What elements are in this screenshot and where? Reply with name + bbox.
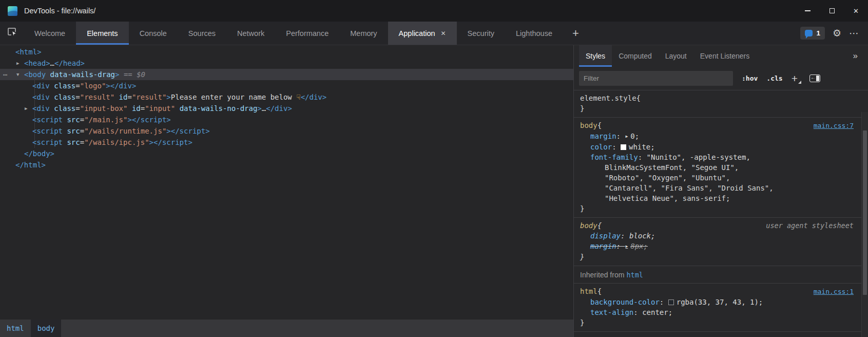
- code-tag: <html>: [15, 48, 42, 56]
- expand-shorthand-icon[interactable]: ▶: [625, 134, 628, 139]
- css-value-continuation: BlinkMacSystemFont, "Segoe UI",: [580, 162, 854, 173]
- add-tab-button[interactable]: +: [563, 22, 588, 45]
- tab-console[interactable]: Console: [129, 22, 178, 45]
- pseudo-state-button[interactable]: :hov: [742, 74, 758, 82]
- css-declaration[interactable]: font-family: "Nunito", -apple-system,: [580, 152, 854, 162]
- code-tag: ></script>: [166, 127, 209, 135]
- code-attr-name: src: [63, 116, 80, 124]
- styles-scrollbar[interactable]: [861, 112, 868, 337]
- close-brace: }: [580, 103, 854, 114]
- inherited-from-header: Inherited fromhtml: [574, 266, 868, 284]
- toolbar-right-controls: 1 ⚙ ⋯: [800, 22, 868, 45]
- open-brace: {: [597, 120, 602, 130]
- dom-tree-line[interactable]: <script src="/wails/runtime.js"></script…: [0, 125, 573, 137]
- dom-tree-line[interactable]: ▶<head>…</head>: [0, 58, 573, 69]
- sidebar-tab-layout[interactable]: Layout: [659, 45, 693, 67]
- open-brace: {: [597, 286, 602, 296]
- tab-application[interactable]: Application✕: [388, 22, 457, 45]
- maximize-button[interactable]: [820, 0, 844, 22]
- code-tag: >: [166, 93, 170, 101]
- code-text: …: [50, 59, 54, 67]
- color-swatch[interactable]: [621, 144, 626, 150]
- more-options-button[interactable]: ⋯: [849, 28, 859, 38]
- inherited-target-link[interactable]: html: [626, 271, 643, 279]
- dom-tree-line[interactable]: <html>: [0, 46, 573, 58]
- code-tag: <div: [32, 93, 50, 101]
- tab-lighthouse[interactable]: Lighthouse: [505, 22, 563, 45]
- css-value: white;: [629, 143, 655, 151]
- css-declaration[interactable]: text-align: center;: [580, 307, 854, 317]
- rule-selector[interactable]: element.style: [580, 93, 636, 103]
- stylesheet-link[interactable]: main.css:7: [814, 121, 854, 131]
- style-filter-input[interactable]: [579, 71, 733, 86]
- issues-badge[interactable]: 1: [800, 27, 825, 40]
- code-tag: </div>: [301, 93, 327, 101]
- css-declaration[interactable]: color: white;: [580, 142, 854, 152]
- dom-tree-line[interactable]: ▶<div class="input-box" id="input" data-…: [0, 103, 573, 114]
- css-value-continuation: "Cantarell", "Fira Sans", "Droid Sans",: [580, 183, 854, 193]
- dom-tree-line[interactable]: <script src="/main.js"></script>: [0, 114, 573, 125]
- dom-tree-line[interactable]: </html>: [0, 159, 573, 171]
- panel-tab-bar: WelcomeElementsConsoleSourcesNetworkPerf…: [24, 22, 563, 45]
- rule-header: element.style {: [580, 93, 854, 103]
- dom-tree-line[interactable]: <script src="/wails/ipc.js"></script>: [0, 137, 573, 148]
- css-declaration[interactable]: margin: ▶8px;: [580, 241, 854, 252]
- node-menu-icon[interactable]: ⋯: [3, 69, 7, 80]
- dom-tree-line[interactable]: <div class="logo"></div>: [0, 80, 573, 91]
- code-text: =: [75, 104, 80, 113]
- rule-selector[interactable]: body: [580, 220, 597, 231]
- dom-tree-line[interactable]: ⋯▼<body data-wails-drag> == $0: [0, 69, 573, 80]
- class-toggle-button[interactable]: .cls: [766, 74, 782, 82]
- breadcrumb-item-html[interactable]: html: [0, 320, 31, 337]
- new-style-rule-button[interactable]: +: [792, 73, 798, 84]
- css-value-continuation: "Helvetica Neue", sans-serif;: [580, 193, 854, 203]
- toggle-sidebar-button[interactable]: ←: [809, 74, 820, 82]
- elements-panel: <html>▶<head>…</head>⋯▼<body data-wails-…: [0, 45, 574, 337]
- color-swatch[interactable]: [668, 299, 674, 305]
- code-tag: </div>: [266, 104, 292, 113]
- code-tag: ></script>: [149, 138, 192, 146]
- dom-tree-line[interactable]: </body>: [0, 148, 573, 159]
- rule-selector[interactable]: html: [580, 286, 597, 296]
- code-attr-name: data-wails-drag: [46, 70, 115, 79]
- breadcrumb-item-body[interactable]: body: [31, 320, 62, 337]
- tab-performance[interactable]: Performance: [275, 22, 339, 45]
- tab-elements[interactable]: Elements: [76, 22, 128, 45]
- inspect-element-button[interactable]: [0, 22, 24, 45]
- sidebar-tab-event-listeners[interactable]: Event Listeners: [693, 45, 757, 67]
- sidebar-tab-styles[interactable]: Styles: [579, 45, 612, 67]
- settings-button[interactable]: ⚙: [833, 28, 841, 38]
- tab-security[interactable]: Security: [457, 22, 505, 45]
- close-brace: }: [580, 252, 854, 262]
- rule-selector[interactable]: body: [580, 120, 597, 130]
- code-attr-value: "result": [132, 93, 166, 101]
- tab-welcome[interactable]: Welcome: [24, 22, 76, 45]
- dollar-zero-hint: == $0: [119, 70, 145, 79]
- css-declaration[interactable]: display: block;: [580, 231, 854, 241]
- minimize-button[interactable]: [796, 0, 820, 22]
- dom-tree-line[interactable]: <div class="result" id="result">Please e…: [0, 91, 573, 103]
- css-declaration[interactable]: margin: ▶0;: [580, 131, 854, 142]
- inherited-label: Inherited from: [580, 271, 624, 279]
- css-declaration[interactable]: background-color: rgba(33, 37, 43, 1);: [580, 297, 854, 307]
- code-tag: <div: [32, 104, 50, 113]
- css-property: text-align: [590, 308, 633, 316]
- code-attr-value: "/main.js": [84, 116, 127, 124]
- code-tag: ></script>: [127, 116, 170, 124]
- expand-shorthand-icon[interactable]: ▶: [625, 244, 628, 249]
- rule-header: html {main.css:1: [580, 286, 854, 297]
- tab-label: Performance: [286, 29, 329, 38]
- scrollbar-thumb[interactable]: [863, 130, 867, 295]
- stylesheet-link[interactable]: main.css:1: [814, 287, 854, 297]
- close-tab-icon[interactable]: ✕: [441, 30, 446, 37]
- tab-network[interactable]: Network: [226, 22, 275, 45]
- window-title: DevTools - file://wails/: [24, 7, 95, 15]
- property-colon: :: [616, 242, 625, 250]
- more-tabs-button[interactable]: »: [853, 51, 868, 61]
- tab-sources[interactable]: Sources: [178, 22, 226, 45]
- close-button[interactable]: ✕: [844, 0, 868, 22]
- gear-icon: ⚙: [833, 28, 841, 39]
- tab-memory[interactable]: Memory: [339, 22, 388, 45]
- code-text: =: [80, 127, 84, 135]
- sidebar-tab-computed[interactable]: Computed: [612, 45, 659, 67]
